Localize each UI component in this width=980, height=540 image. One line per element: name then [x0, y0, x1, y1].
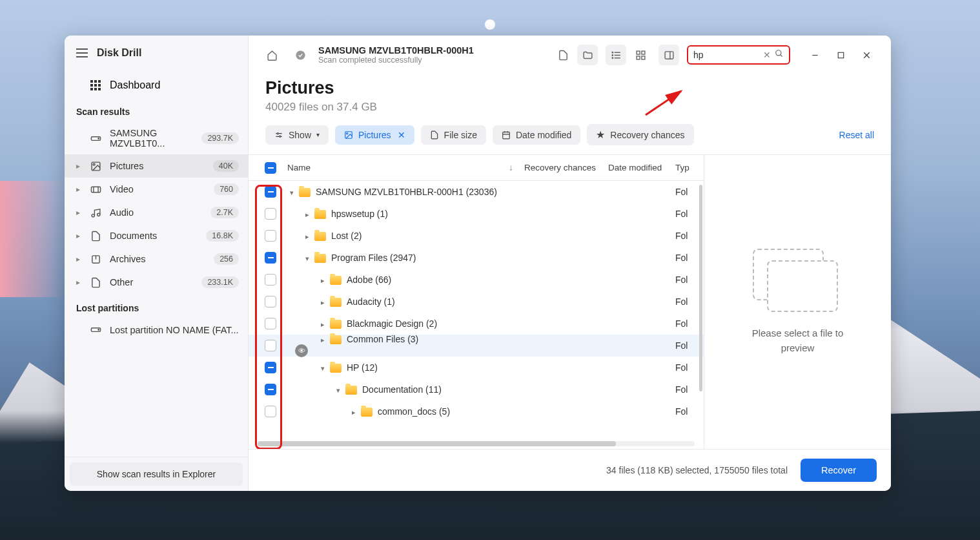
view-list-button[interactable]: [606, 45, 626, 65]
topbar-device-title: SAMSUNG MZVLB1T0HBLR-000H1: [318, 45, 474, 56]
expand-toggle[interactable]: ▸: [303, 211, 312, 219]
row-checkbox[interactable]: [265, 186, 276, 198]
table-row[interactable]: ▾Program Files (2947)Fol: [249, 247, 704, 269]
row-checkbox[interactable]: [265, 362, 276, 373]
sidebar-item-video[interactable]: ▸Video760: [65, 178, 248, 201]
search-box[interactable]: ✕: [687, 45, 790, 65]
window-maximize-button[interactable]: [829, 45, 852, 65]
expand-toggle[interactable]: ▸: [318, 320, 327, 329]
table-row[interactable]: ▸Lost (2)Fol: [249, 225, 704, 247]
file-type: Fol: [675, 318, 695, 329]
document-icon: [89, 231, 102, 242]
search-input[interactable]: [693, 50, 763, 60]
column-type[interactable]: Typ: [675, 163, 695, 172]
nav-dashboard[interactable]: Dashboard: [65, 73, 248, 98]
hamburger-menu[interactable]: [76, 48, 88, 57]
row-checkbox[interactable]: [265, 406, 276, 417]
file-type: Fol: [675, 406, 695, 417]
horizontal-scrollbar[interactable]: [258, 441, 695, 446]
expand-toggle[interactable]: ▸: [303, 233, 312, 241]
row-checkbox[interactable]: [265, 274, 276, 286]
vertical-scrollbar[interactable]: [699, 185, 702, 391]
svg-point-7: [92, 214, 94, 216]
expand-toggle[interactable]: ▾: [334, 386, 343, 395]
file-type: Fol: [675, 275, 695, 285]
view-split-button[interactable]: [658, 45, 679, 65]
sidebar-item-samsung-mzvlb-t-[interactable]: ▸SAMSUNG MZVLB1T0...293.7K: [65, 122, 248, 154]
window-close-button[interactable]: [855, 45, 878, 65]
expand-toggle[interactable]: ▸: [318, 336, 327, 344]
table-row[interactable]: ▸Adobe (66)Fol: [249, 269, 704, 291]
count-badge: 40K: [213, 160, 239, 172]
section-lost-partitions: Lost partitions: [65, 294, 248, 318]
search-clear-button[interactable]: ✕: [763, 50, 771, 60]
table-row[interactable]: ▸Audacity (1)Fol: [249, 291, 704, 313]
column-recovery[interactable]: Recovery chances: [524, 163, 608, 172]
table-row[interactable]: ▾SAMSUNG MZVLB1T0HBLR-000H1 (23036)Fol: [249, 181, 704, 203]
reset-all-link[interactable]: Reset all: [839, 130, 874, 140]
file-type: Fol: [675, 253, 695, 263]
view-folder-button[interactable]: [577, 45, 598, 65]
sidebar-item-audio[interactable]: ▸Audio2.7K: [65, 201, 248, 224]
recover-button[interactable]: Recover: [801, 459, 877, 482]
view-grid-button[interactable]: [630, 45, 651, 65]
sidebar-item-other[interactable]: ▸Other233.1K: [65, 271, 248, 294]
row-checkbox[interactable]: [265, 230, 276, 242]
row-checkbox[interactable]: [265, 208, 276, 220]
expand-toggle[interactable]: ▸: [349, 408, 358, 417]
expand-toggle[interactable]: ▾: [287, 189, 296, 197]
column-date[interactable]: Date modified: [608, 163, 675, 172]
svg-rect-24: [665, 51, 673, 58]
table-row[interactable]: ▸Blackmagic Design (2)Fol: [249, 313, 704, 335]
filter-date-modified[interactable]: Date modified: [493, 125, 580, 145]
row-checkbox[interactable]: [265, 296, 276, 307]
expand-toggle[interactable]: ▸: [318, 298, 327, 307]
table-row[interactable]: ▸Common Files (3)👁Fol: [249, 335, 704, 357]
scan-status-icon: [290, 45, 311, 65]
row-checkbox[interactable]: [265, 340, 276, 351]
sidebar-item-archives[interactable]: ▸Archives256: [65, 247, 248, 271]
section-scan-results: Scan results: [65, 98, 248, 122]
row-checkbox[interactable]: [265, 318, 276, 329]
table-row[interactable]: ▸common_docs (5)Fol: [249, 400, 704, 422]
preview-eye-icon[interactable]: 👁: [295, 344, 308, 357]
show-in-explorer-button[interactable]: Show scan results in Explorer: [70, 462, 243, 486]
file-type: Fol: [675, 296, 695, 307]
file-table: Name ↓ Recovery chances Date modified Ty…: [249, 155, 704, 449]
view-file-button[interactable]: [553, 45, 573, 65]
count-badge: 293.7K: [201, 132, 239, 144]
filter-pictures-remove[interactable]: ✕: [398, 130, 405, 140]
sidebar-item-documents[interactable]: ▸Documents16.8K: [65, 224, 248, 247]
svg-point-12: [98, 329, 99, 330]
svg-rect-22: [637, 56, 640, 59]
table-row[interactable]: ▸hpswsetup (1)Fol: [249, 203, 704, 225]
row-checkbox[interactable]: [265, 252, 276, 264]
svg-rect-4: [91, 187, 100, 192]
window-minimize-button[interactable]: [803, 45, 826, 65]
filter-show-dropdown[interactable]: Show▾: [265, 125, 329, 145]
preview-placeholder-icon: [753, 249, 843, 313]
sort-indicator-icon[interactable]: ↓: [509, 163, 524, 172]
file-name: Blackmagic Design (2): [347, 318, 437, 329]
filter-pictures-chip[interactable]: Pictures✕: [335, 125, 414, 145]
table-row[interactable]: ▾Documentation (11)Fol: [249, 379, 704, 400]
file-type: Fol: [675, 340, 695, 351]
page-subtitle: 40029 files on 37.4 GB: [265, 101, 874, 114]
filter-file-size[interactable]: File size: [421, 125, 486, 145]
expand-toggle[interactable]: ▾: [303, 254, 312, 263]
sidebar-item-lost-partition[interactable]: Lost partition NO NAME (FAT...: [65, 318, 248, 341]
home-button[interactable]: [261, 45, 282, 65]
select-all-checkbox[interactable]: [265, 162, 276, 174]
expand-toggle[interactable]: ▾: [318, 364, 327, 373]
sidebar-item-label: Lost partition NO NAME (FAT...: [110, 325, 239, 335]
preview-panel: Please select a file to preview: [704, 155, 891, 449]
row-checkbox[interactable]: [265, 384, 276, 395]
expand-toggle[interactable]: ▸: [318, 276, 327, 285]
sidebar-item-pictures[interactable]: ▸Pictures40K: [65, 154, 248, 178]
search-icon[interactable]: [775, 49, 784, 61]
column-name[interactable]: Name: [283, 163, 509, 172]
picture-icon: [89, 161, 102, 172]
table-row[interactable]: ▾HP (12)Fol: [249, 357, 704, 379]
file-type: Fol: [675, 209, 695, 219]
filter-recovery-chances[interactable]: ★Recovery chances: [587, 124, 693, 145]
